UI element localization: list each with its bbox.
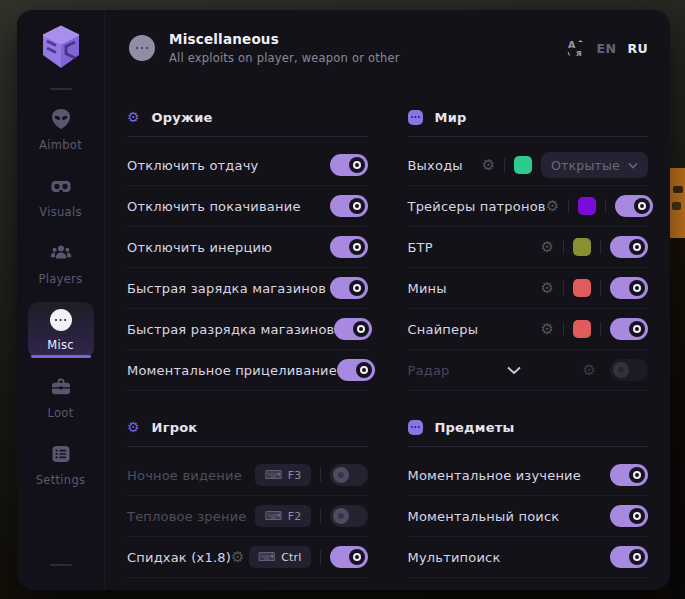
list-icon xyxy=(49,442,73,466)
row-exits: Выходы ⚙ Открытые xyxy=(408,145,649,186)
section-title: Мир xyxy=(435,110,467,125)
column-right: Мир Выходы ⚙ Открытые xyxy=(408,86,649,590)
sidebar-item-misc[interactable]: Misc xyxy=(28,302,94,358)
toggle-switch[interactable] xyxy=(330,505,368,527)
sidebar-item-settings[interactable]: Settings xyxy=(28,436,94,492)
keyboard-icon: ⌨ xyxy=(264,510,281,522)
gear-icon[interactable]: ⚙ xyxy=(583,363,596,378)
section-gear-icon: ⚙ xyxy=(127,110,140,124)
toggle-switch[interactable] xyxy=(610,236,648,258)
toggle-switch[interactable] xyxy=(610,318,648,340)
toggle-switch[interactable] xyxy=(610,359,648,381)
row-mines: Мины ⚙ xyxy=(408,268,649,309)
row-fast-unload: Быстрая разрядка магазинов xyxy=(127,309,368,350)
row-instant-ads: Моментальное прицеливание xyxy=(127,350,368,391)
toggle-switch[interactable] xyxy=(330,195,368,217)
keyboard-icon: ⌨ xyxy=(258,551,275,563)
toggle-switch[interactable] xyxy=(334,318,372,340)
gear-icon[interactable]: ⚙ xyxy=(541,281,554,296)
sidebar-item-loot[interactable]: Loot xyxy=(28,369,94,425)
keybind-badge[interactable]: ⌨ F2 xyxy=(255,505,310,527)
active-tab-indicator xyxy=(31,355,91,358)
row-radar: Радар ⚙ xyxy=(408,350,649,391)
row-speedhack: Спидхак (x1.8) ⚙ ⌨ Ctrl xyxy=(127,537,368,578)
svg-text:я: я xyxy=(576,48,582,58)
gear-icon[interactable]: ⚙ xyxy=(541,322,554,337)
section-title: Игрок xyxy=(152,420,198,435)
sidebar-item-label: Loot xyxy=(48,406,74,420)
gear-icon[interactable]: ⚙ xyxy=(231,550,244,565)
lang-toggle-ru[interactable]: RU xyxy=(627,41,648,56)
ellipsis-icon xyxy=(50,309,72,331)
toggle-switch[interactable] xyxy=(615,195,653,217)
background-orange-sign xyxy=(669,168,685,238)
keybind-badge[interactable]: ⌨ Ctrl xyxy=(249,546,311,568)
row-disable-inertia: Отключить инерцию xyxy=(127,227,368,268)
sidebar-item-label: Misc xyxy=(47,338,74,352)
section-world-header: Мир xyxy=(408,106,649,128)
row-instant-examine: Моментальное изучение xyxy=(408,455,649,496)
briefcase-icon xyxy=(49,375,73,399)
section-weapon-header: ⚙ Оружие xyxy=(127,106,368,128)
page-subtitle: All exploits on player, weapon or other xyxy=(169,51,400,65)
row-fast-reload: Быстрая зарядка магазинов xyxy=(127,268,368,309)
toggle-switch[interactable] xyxy=(610,546,648,568)
page-header: Miscellaneous All exploits on player, we… xyxy=(105,10,670,86)
row-disable-recoil: Отключить отдачу xyxy=(127,145,368,186)
sidebar: Aimbot Visuals Players M xyxy=(17,10,105,590)
row-snipers: Снайперы ⚙ xyxy=(408,309,649,350)
section-gear-icon: ⚙ xyxy=(127,420,140,434)
cheat-panel: Aimbot Visuals Players M xyxy=(17,10,670,590)
toggle-switch[interactable] xyxy=(330,154,368,176)
toggle-switch[interactable] xyxy=(330,236,368,258)
chevron-down-icon xyxy=(628,162,638,169)
sidebar-item-aimbot[interactable]: Aimbot xyxy=(28,101,94,157)
page-title: Miscellaneous xyxy=(169,31,400,47)
section-title: Предметы xyxy=(435,420,515,435)
section-player-header: ⚙ Игрок xyxy=(127,416,368,438)
sidebar-item-visuals[interactable]: Visuals xyxy=(28,168,94,224)
sidebar-divider-top xyxy=(50,88,72,90)
page-ellipsis-icon xyxy=(129,35,155,61)
toggle-switch[interactable] xyxy=(330,546,368,568)
alien-icon xyxy=(49,107,73,131)
gear-icon[interactable]: ⚙ xyxy=(541,240,554,255)
toggle-switch[interactable] xyxy=(330,277,368,299)
vr-goggles-icon xyxy=(49,174,73,198)
exits-dropdown[interactable]: Открытые xyxy=(541,152,648,178)
color-swatch[interactable] xyxy=(514,156,532,174)
toggle-switch[interactable] xyxy=(330,464,368,486)
section-title: Оружие xyxy=(152,110,213,125)
gear-icon[interactable]: ⚙ xyxy=(482,158,495,173)
toggle-switch[interactable] xyxy=(337,359,375,381)
sidebar-item-label: Players xyxy=(39,272,83,286)
translate-icon: A я xyxy=(566,38,586,58)
section-items-header: Предметы xyxy=(408,416,649,438)
color-swatch[interactable] xyxy=(578,197,596,215)
toggle-switch[interactable] xyxy=(610,277,648,299)
app-logo-icon xyxy=(36,22,86,74)
row-disable-sway: Отключить покачивание xyxy=(127,186,368,227)
sidebar-item-players[interactable]: Players xyxy=(28,235,94,291)
color-swatch[interactable] xyxy=(573,279,591,297)
toggle-switch[interactable] xyxy=(610,464,648,486)
lang-toggle-en[interactable]: EN xyxy=(597,41,617,56)
sidebar-item-label: Visuals xyxy=(39,205,81,219)
keyboard-icon: ⌨ xyxy=(264,469,281,481)
row-thermal-vision: Тепловое зрение ⌨ F2 xyxy=(127,496,368,537)
expand-chevron-icon[interactable] xyxy=(506,366,522,375)
color-swatch[interactable] xyxy=(573,320,591,338)
row-night-vision: Ночное видение ⌨ F3 xyxy=(127,455,368,496)
column-left: ⚙ Оружие Отключить отдачу Отключить пока… xyxy=(127,86,368,590)
gear-icon[interactable]: ⚙ xyxy=(546,199,559,214)
sidebar-divider-bottom xyxy=(50,564,72,566)
section-world-icon xyxy=(408,110,423,125)
row-instant-search: Моментальный поиск xyxy=(408,496,649,537)
toggle-switch[interactable] xyxy=(610,505,648,527)
section-items-icon xyxy=(408,420,423,435)
sidebar-item-label: Aimbot xyxy=(39,138,82,152)
sidebar-item-label: Settings xyxy=(36,473,86,487)
svg-text:A: A xyxy=(568,39,576,50)
color-swatch[interactable] xyxy=(573,238,591,256)
keybind-badge[interactable]: ⌨ F3 xyxy=(255,464,310,486)
